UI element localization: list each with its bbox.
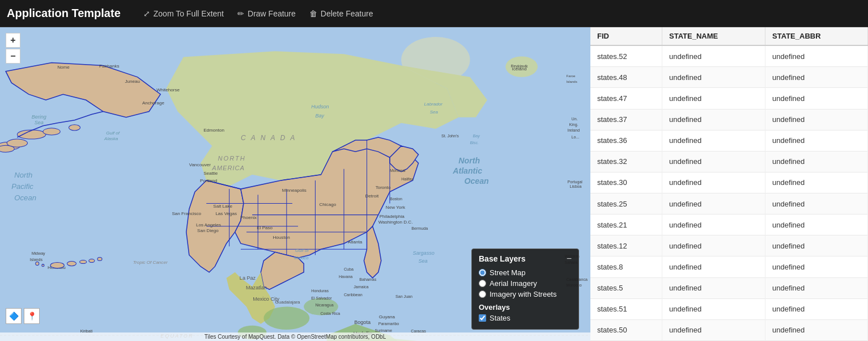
cell-state-abbr: undefined: [765, 277, 868, 298]
street-map-option[interactable]: Street Map: [479, 268, 572, 277]
svg-text:La Paz: La Paz: [240, 275, 256, 281]
svg-point-6: [69, 125, 80, 130]
svg-text:San Francisco: San Francisco: [172, 211, 201, 216]
cell-fid: states.8: [590, 256, 662, 277]
svg-text:Juneau: Juneau: [125, 79, 141, 84]
svg-text:Sea: Sea: [430, 110, 439, 115]
table-row: states.50 undefined undefined: [590, 319, 868, 340]
svg-text:Sargasso: Sargasso: [412, 250, 434, 256]
app-title: Application Template: [7, 7, 121, 20]
aerial-imagery-radio[interactable]: [479, 280, 486, 287]
svg-point-99: [80, 260, 87, 264]
svg-text:Islands: Islands: [30, 258, 43, 262]
svg-text:Chicago: Chicago: [319, 202, 336, 207]
svg-text:El Salvador: El Salvador: [311, 296, 332, 301]
cell-fid: states.21: [590, 214, 662, 235]
svg-text:King.: King.: [569, 123, 578, 127]
zoom-out-button[interactable]: −: [6, 49, 20, 64]
col-state-name: STATE_NAME: [662, 27, 765, 45]
cell-state-name: undefined: [662, 235, 765, 256]
cell-state-name: undefined: [662, 319, 765, 340]
base-layers-title: Base Layers: [479, 254, 526, 263]
cell-state-name: undefined: [662, 172, 765, 193]
svg-text:Islands: Islands: [567, 80, 577, 83]
cell-state-abbr: undefined: [765, 214, 868, 235]
base-layers-close-button[interactable]: −: [567, 254, 572, 264]
zoom-btn-label: Zoom To Full Extent: [154, 9, 224, 18]
svg-text:Gulf of: Gulf of: [106, 130, 120, 136]
svg-text:Nicaragua: Nicaragua: [315, 303, 333, 308]
cell-state-name: undefined: [662, 277, 765, 298]
svg-text:Whitehorse: Whitehorse: [156, 87, 180, 92]
svg-text:Havana: Havana: [339, 275, 352, 279]
map-container[interactable]: Bering Sea Gulf of Alaska: [0, 27, 590, 341]
svg-text:New York: New York: [386, 205, 406, 211]
table-body: states.52 undefined undefined states.48 …: [590, 45, 868, 341]
draw-icon: ✏: [237, 9, 244, 18]
svg-text:San Juan: San Juan: [395, 294, 412, 299]
cell-state-name: undefined: [662, 214, 765, 235]
cell-state-name: undefined: [662, 67, 765, 88]
svg-text:Guyana: Guyana: [379, 314, 395, 319]
states-overlay-option[interactable]: States: [479, 314, 572, 322]
svg-text:Bay: Bay: [473, 134, 480, 138]
svg-text:Jamaica: Jamaica: [354, 285, 368, 289]
svg-point-3: [17, 130, 46, 139]
cell-state-abbr: undefined: [765, 109, 868, 130]
svg-text:El Paso: El Paso: [257, 225, 273, 230]
table-row: states.48 undefined undefined: [590, 67, 868, 88]
main-layout: Bering Sea Gulf of Alaska: [0, 27, 868, 341]
imagery-streets-label: Imagery with Streets: [490, 290, 557, 298]
svg-text:Montreal: Montreal: [390, 169, 406, 173]
svg-text:Un.: Un.: [572, 117, 578, 121]
zoom-in-button[interactable]: +: [6, 33, 20, 48]
svg-point-5: [43, 128, 60, 135]
imagery-streets-option[interactable]: Imagery with Streets: [479, 290, 572, 298]
map-icon-button-2[interactable]: 📍: [24, 308, 40, 324]
zoom-full-extent-button[interactable]: ⤢ Zoom To Full Extent: [143, 9, 224, 18]
table-row: states.51 undefined undefined: [590, 298, 868, 319]
table-row: states.30 undefined undefined: [590, 172, 868, 193]
svg-text:Bogota: Bogota: [354, 319, 371, 325]
svg-text:Seattle: Seattle: [203, 171, 218, 176]
svg-text:Costa Rica: Costa Rica: [321, 311, 341, 316]
cell-fid: states.37: [590, 109, 662, 130]
svg-text:Portugal: Portugal: [568, 180, 583, 184]
cell-state-abbr: undefined: [765, 298, 868, 319]
map-zoom-controls: + −: [6, 33, 20, 64]
svg-text:Mexico: Mexico: [294, 255, 309, 260]
svg-text:Ireland: Ireland: [568, 128, 580, 133]
aerial-imagery-option[interactable]: Aerial Imagery: [479, 279, 572, 288]
draw-feature-button[interactable]: ✏ Draw Feature: [237, 9, 296, 18]
cell-fid: states.32: [590, 151, 662, 172]
svg-text:Anchorage: Anchorage: [142, 100, 165, 106]
street-map-radio[interactable]: [479, 269, 486, 276]
delete-feature-button[interactable]: 🗑 Delete Feature: [309, 9, 373, 18]
svg-text:Mazatlan: Mazatlan: [246, 285, 267, 291]
svg-text:Hudson: Hudson: [311, 104, 329, 110]
svg-point-105: [42, 264, 44, 267]
svg-point-97: [50, 263, 64, 268]
table-scroll-area[interactable]: FID STATE_NAME STATE_ABBR states.52 unde…: [590, 27, 868, 341]
cell-state-abbr: undefined: [765, 45, 868, 67]
imagery-streets-radio[interactable]: [479, 291, 486, 298]
map-bottom-icons: 🔷 📍: [6, 308, 40, 324]
states-overlay-checkbox[interactable]: [479, 314, 486, 322]
svg-text:Bisc.: Bisc.: [470, 141, 479, 145]
cell-state-abbr: undefined: [765, 319, 868, 340]
svg-text:Gulf of: Gulf of: [295, 248, 309, 253]
cell-fid: states.25: [590, 193, 662, 214]
svg-text:Philadelphia: Philadelphia: [380, 214, 405, 219]
svg-text:Caribbean: Caribbean: [344, 293, 363, 297]
table-row: states.52 undefined undefined: [590, 45, 868, 67]
svg-point-26: [263, 306, 309, 329]
states-overlay-label: States: [490, 314, 510, 322]
svg-text:Nome: Nome: [57, 65, 70, 70]
svg-text:Lisboa: Lisboa: [570, 184, 582, 189]
table-row: states.5 undefined undefined: [590, 277, 868, 298]
svg-text:Phoenix: Phoenix: [240, 215, 257, 220]
svg-point-104: [36, 262, 39, 266]
cell-state-name: undefined: [662, 109, 765, 130]
table-row: states.21 undefined undefined: [590, 214, 868, 235]
map-icon-button-1[interactable]: 🔷: [6, 308, 22, 324]
